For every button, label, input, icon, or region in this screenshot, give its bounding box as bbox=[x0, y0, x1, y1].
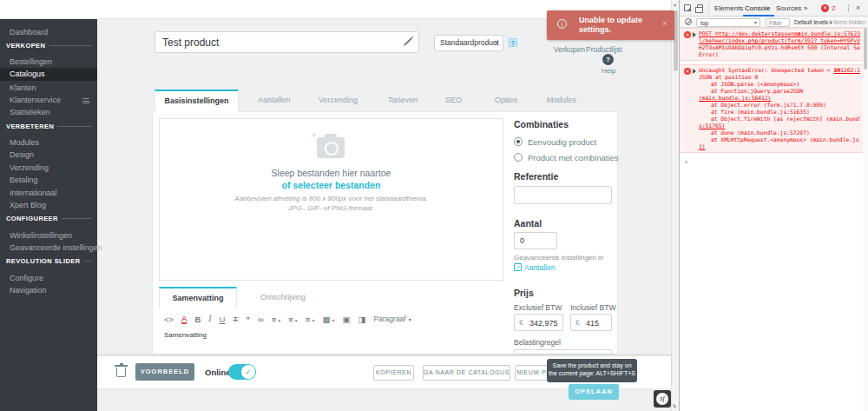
sidebar-item-geavanceerde-instellingen[interactable]: Geavanceerde instellingen bbox=[0, 242, 97, 254]
tab-aantallen[interactable]: Aantallen bbox=[258, 96, 291, 104]
sidebar-header-verbeteren: VERBETEREN bbox=[0, 123, 97, 130]
sidebar-item-design[interactable]: Design bbox=[0, 149, 97, 161]
breadcrumb-verkopen[interactable]: Verkopen bbox=[554, 45, 585, 54]
devtools-scrollbar[interactable] bbox=[863, 28, 868, 411]
log-levels-select[interactable]: Default levels bbox=[794, 19, 832, 25]
devtools-close-icon[interactable]: × bbox=[856, 3, 860, 12]
preview-button[interactable]: VOORBEELD bbox=[135, 363, 194, 381]
product-name-input[interactable] bbox=[162, 33, 397, 51]
table-icon[interactable]: ▦ bbox=[322, 315, 334, 324]
price-incl-label: Inclusief BTW bbox=[570, 303, 615, 312]
product-name-field bbox=[155, 31, 419, 53]
sidebar-item-statistieken[interactable]: Statistieken bbox=[0, 106, 97, 118]
delete-trash-icon[interactable] bbox=[116, 368, 126, 377]
error-icon: ✕ bbox=[684, 31, 691, 38]
tab-omschrijving[interactable]: Omschrijving bbox=[260, 293, 306, 302]
tax-rule-select[interactable] bbox=[514, 349, 612, 355]
image-icon[interactable]: ▣ bbox=[342, 315, 350, 324]
error-source-link[interactable]: main.bundle.js:57623 bbox=[794, 30, 860, 37]
devtools-tab-console[interactable]: Console bbox=[745, 4, 770, 12]
blockquote-icon[interactable]: ” bbox=[246, 315, 250, 324]
sidebar-header-revolution-slider: REVOLUTION SLIDER bbox=[0, 257, 97, 265]
reference-input[interactable] bbox=[514, 186, 612, 204]
quantity-input[interactable] bbox=[514, 232, 557, 249]
source-code-icon[interactable]: <> bbox=[164, 315, 174, 324]
sidebar-item-betaling[interactable]: Betaling bbox=[0, 174, 97, 186]
numbered-list-icon[interactable]: ≡ bbox=[306, 315, 315, 324]
price-excl-input[interactable] bbox=[529, 315, 559, 330]
context-selector[interactable]: top bbox=[696, 18, 760, 27]
devtools-tab-sources[interactable]: Sources bbox=[776, 4, 801, 12]
symfony-profiler-badge[interactable]: sf bbox=[654, 390, 671, 408]
product-type-select[interactable]: Standaardproduct bbox=[434, 35, 503, 51]
expand-triangle-icon[interactable] bbox=[693, 69, 696, 74]
console-error-syntax[interactable]: ✕ VM1202:1Uncaught SyntaxError: Unexpect… bbox=[680, 64, 864, 153]
text-color-icon[interactable]: A bbox=[181, 315, 187, 324]
console-error-post[interactable]: ✕ main.bundle.js:57623POST http://dev.do… bbox=[680, 28, 864, 61]
sidebar-item-dashboard[interactable]: Dashboard bbox=[0, 26, 97, 38]
save-button[interactable]: OPSLAAN bbox=[569, 384, 619, 400]
product-type-info-icon[interactable]: ? bbox=[509, 38, 517, 47]
scrollbar-thumb[interactable] bbox=[864, 28, 867, 70]
radio-simple-product-label[interactable]: Eenvoudig product bbox=[528, 137, 596, 147]
console-prompt-icon[interactable]: › bbox=[685, 158, 687, 166]
bold-icon[interactable]: B bbox=[194, 315, 201, 324]
bullet-list-icon[interactable]: ≡ bbox=[288, 315, 298, 324]
sidebar-menu-icon[interactable] bbox=[82, 98, 89, 103]
sidebar-item-configure[interactable]: Configure bbox=[0, 272, 97, 284]
select-files-link[interactable]: of selecteer bestanden bbox=[159, 180, 503, 190]
devtools-menu-icon[interactable]: ⋮ bbox=[845, 3, 852, 12]
console-toolbar: top Filter Default levels 6 items hidden bbox=[680, 17, 868, 28]
media-icon[interactable]: ◨ bbox=[358, 315, 365, 324]
sidebar-item-winkelinstellingen[interactable]: Winkelinstellingen bbox=[0, 229, 97, 242]
tab-modules[interactable]: Modules bbox=[547, 96, 576, 104]
radio-product-combinations-label[interactable]: Product met combinaties bbox=[528, 153, 619, 162]
toast-close-icon[interactable]: × bbox=[662, 19, 667, 28]
console-filter-input[interactable]: Filter bbox=[766, 18, 790, 27]
online-toggle[interactable]: ✓ bbox=[228, 364, 256, 380]
price-incl-field: € bbox=[570, 314, 612, 331]
radio-simple-product[interactable] bbox=[514, 137, 523, 146]
editor-placeholder[interactable]: Samenvatting bbox=[164, 331, 207, 339]
tab-verzending[interactable]: Verzending bbox=[319, 96, 358, 104]
underline-icon[interactable]: U bbox=[220, 315, 226, 324]
sidebar-item-catalogus[interactable]: Catalogus bbox=[0, 68, 97, 81]
devtools-tab-more[interactable]: » bbox=[804, 4, 807, 12]
device-toolbar-icon[interactable] bbox=[697, 4, 703, 12]
profiler-collapse-icon[interactable]: ▾ bbox=[673, 402, 675, 408]
sidebar-item-xpert-blog[interactable]: Xpert Blog bbox=[0, 199, 97, 211]
copy-button[interactable]: KOPIËREN bbox=[373, 365, 414, 381]
sidebar-item-bestellingen[interactable]: Bestellingen bbox=[0, 56, 97, 68]
clear-console-icon[interactable] bbox=[685, 18, 692, 25]
tab-basisinstellingen[interactable]: Basisinstellingen bbox=[155, 89, 239, 112]
tab-samenvatting[interactable]: Samenvatting bbox=[159, 287, 237, 308]
tab-seo[interactable]: SEO bbox=[445, 96, 462, 104]
help-label[interactable]: Help bbox=[602, 67, 615, 75]
align-icon[interactable]: ≡ bbox=[272, 315, 281, 324]
tooltip-line1: Save the product and stay on bbox=[547, 362, 637, 368]
tax-rule-label: Belastingregel bbox=[514, 338, 561, 347]
paragraph-format-select[interactable]: Paragraaf bbox=[373, 315, 411, 323]
devtools-tab-elements[interactable]: Elements bbox=[714, 4, 743, 12]
sidebar-item-modules[interactable]: Modules bbox=[0, 136, 97, 149]
advanced-quantities-link[interactable]: Aantallen bbox=[524, 263, 555, 272]
go-to-catalog-button[interactable]: GA NAAR DE CATALOGUS bbox=[423, 365, 510, 381]
sidebar-item-klanten[interactable]: Klanten bbox=[0, 82, 97, 94]
inspect-element-icon[interactable] bbox=[684, 4, 691, 11]
price-incl-input[interactable] bbox=[586, 315, 615, 330]
scroll-up-icon[interactable]: ▲ bbox=[673, 2, 677, 7]
page-scrollbar[interactable]: ▲ ▼ bbox=[671, 0, 679, 411]
sidebar-item-internationaal[interactable]: Internationaal bbox=[0, 187, 97, 199]
radio-product-combinations[interactable] bbox=[514, 153, 523, 162]
expand-triangle-icon[interactable] bbox=[693, 32, 696, 37]
italic-icon[interactable]: I bbox=[208, 315, 211, 323]
help-icon[interactable]: ? bbox=[602, 54, 614, 65]
link-icon[interactable]: ∞ bbox=[258, 315, 264, 324]
breadcrumb-productlijst[interactable]: Productlijst bbox=[586, 45, 622, 54]
sidebar-item-verzending[interactable]: Verzending bbox=[0, 162, 97, 174]
tab-tarieven[interactable]: Tarieven bbox=[388, 96, 418, 104]
divider bbox=[708, 3, 709, 14]
tab-opties[interactable]: Opties bbox=[495, 96, 517, 104]
sidebar-item-navigation[interactable]: Navigation bbox=[0, 284, 97, 296]
strikethrough-icon[interactable]: T bbox=[233, 315, 238, 324]
